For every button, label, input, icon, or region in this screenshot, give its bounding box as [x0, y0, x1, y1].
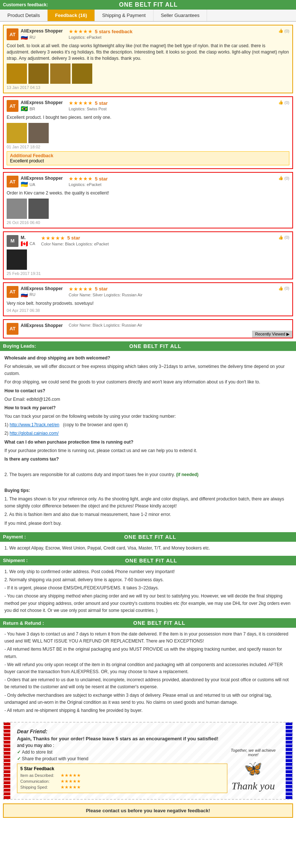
feedback-label: 5 stars feedback [95, 29, 132, 34]
review-image[interactable] [28, 199, 49, 219]
reviewer-name: AliExpress Shopper [21, 100, 63, 105]
avatar: AT [7, 28, 18, 40]
return-p6: - All return and re-shipment shipping & … [4, 707, 292, 714]
review-image[interactable] [7, 199, 27, 219]
flag-icon: 🇷🇺 [21, 291, 28, 298]
thank-card-inner: Dear Friend: Again, Thanks for your orde… [17, 728, 279, 793]
review-image[interactable] [72, 63, 92, 84]
review-meta: Logistics: ePacket [69, 182, 108, 187]
check-item-1: Add to store list [17, 750, 227, 755]
buying-leads-title: ONE BELT FIT ALL [129, 343, 181, 349]
bl-tips-3: If you mind, please don't buy. [4, 520, 292, 527]
review-meta: Color Name: Black Logistics: ePacket [41, 242, 109, 246]
review-text: Cool belt. to look at all well. the clas… [7, 43, 289, 61]
stars: ★★★★★ [69, 176, 93, 182]
tab-seller-guarantees[interactable]: Seller Guarantees [154, 10, 207, 21]
flag-icon: 🇧🇷 [21, 105, 28, 112]
stars: ★★★★★ [41, 235, 65, 241]
star-label: 5 star [95, 100, 108, 106]
star-row-2: Communication: ★★★★★ [20, 779, 224, 784]
reviewer-info: AT AliExpress Shopper 🇺🇦 UA ★★★★★ 5 star… [7, 176, 289, 188]
review-image[interactable] [50, 63, 70, 84]
avatar: AT [7, 323, 18, 335]
bl-p5: How to track my parcel? [4, 404, 292, 411]
review-image[interactable] [28, 123, 49, 143]
tab-shipping[interactable]: Shipping & Payment [95, 10, 154, 21]
butterfly-icon: 🦋 [227, 760, 279, 777]
track-link-2[interactable]: http://global.cainiao.com/ [10, 431, 59, 436]
partial-meta: Color Name: Black Logistics: Russian Air [69, 323, 142, 327]
review-date: 26 Oct 2016 06:40 [7, 220, 289, 225]
review-date: 25 Feb 2017 19:31 [7, 271, 289, 276]
bl-tips-1: 1. The images shown is for your referenc… [4, 496, 292, 510]
payment-header: Payment : ONE BELT FIT ALL [0, 532, 296, 542]
review-card: 👍 (0) AT AliExpress Shopper 🇧🇷 BR ★★★★★ … [3, 96, 293, 169]
review-image[interactable] [7, 63, 27, 84]
bl-tips-title: Buying tips: [4, 487, 292, 494]
country: BR [30, 107, 35, 111]
star-label: 5 star [95, 286, 108, 292]
additional-feedback-box: Additional Feedback Excellent product [7, 151, 289, 165]
reviewer-info: AT AliExpress Shopper 🇷🇺 RU ★★★★★ 5 star… [7, 286, 289, 298]
bl-p4: Our Email: edbltd@126.com [4, 396, 292, 403]
payment-title: ONE BELT FIT ALL [124, 534, 176, 540]
and-you-may: and you may also : [17, 743, 279, 748]
return-p1: - You have 3 days to contact us and 7 da… [4, 631, 292, 645]
bl-p1: For wholesale, we will offer discount or… [4, 363, 292, 377]
helpful-count: 👍 (0) [278, 28, 289, 33]
track-link-1[interactable]: http://www.17track.net/en [10, 422, 59, 427]
reviewer-info: AT AliExpress Shopper 🇧🇷 BR ★★★★★ 5 star… [7, 100, 289, 112]
stars: ★★★★★ [69, 28, 93, 34]
review-meta: Color Name: Silver Logistics: Russian Ai… [69, 293, 142, 297]
return-p4: - Orders that are returned to us due to … [4, 676, 292, 690]
star-label-3: Shipping Sped: [20, 785, 59, 789]
add-fb-title: Additional Feedback [10, 153, 286, 158]
shipment-p3: - If it is urgent, please choose EMS/DHL… [4, 585, 292, 592]
shipment-p4: - You can choose any shipping method whe… [4, 593, 292, 614]
check-item-2: Share the product with your friend [17, 756, 227, 761]
tab-feedback[interactable]: Feedback (16) [48, 10, 95, 21]
review-card: 👍 (0) AT AliExpress Shopper 🇷🇺 RU ★★★★★ … [3, 25, 293, 93]
footer-warning: Please contact us before you leave negat… [3, 803, 293, 818]
star-label: 5 star [67, 235, 80, 241]
buying-leads-label: Buying Leads: [3, 343, 36, 349]
recently-viewed-button[interactable]: Recently Viewed ▶ [252, 331, 292, 338]
bl-p9: What can I do when purchase protection t… [4, 439, 292, 446]
review-card: 👍 (0) AT AliExpress Shopper 🇺🇦 UA ★★★★★ … [3, 172, 293, 228]
review-card: 👍 (0) AT AliExpress Shopper 🇷🇺 RU ★★★★★ … [3, 282, 293, 316]
tab-product-details[interactable]: Product Details [0, 10, 48, 21]
reviewer-name: AliExpress Shopper [21, 28, 63, 34]
review-image[interactable] [7, 123, 27, 143]
reviewer-name: AliExpress Shopper [21, 323, 63, 328]
buying-leads-header: Buying Leads: ONE BELT FIT ALL [0, 341, 296, 351]
review-date: 04 Apr 2017 06:38 [7, 308, 289, 313]
thank-you-text: Thank you [227, 780, 279, 792]
bl-p11: Is there any customs tax? [4, 456, 292, 463]
review-image[interactable] [28, 63, 49, 84]
reviewer-name: M. [21, 235, 35, 240]
review-date: 13 Jan 2017 04:13 [7, 85, 289, 90]
bl-p12: 2. The buyers are responsible for all cu… [4, 471, 292, 478]
reviewer-name: AliExpress Shopper [21, 286, 63, 291]
avatar: AT [7, 100, 18, 112]
star-row-1: Item as Described: ★★★★★ [20, 773, 224, 778]
tabs-bar: Product Details Feedback (16) Shipping &… [0, 10, 296, 22]
star-label: 5 star [95, 176, 108, 182]
flag-icon: 🇺🇦 [21, 181, 28, 188]
reviewer-info-partial: AT AliExpress Shopper Color Name: Black … [7, 323, 289, 335]
return-p2: - All returned items MUST BE in the orig… [4, 646, 292, 660]
stars-3: ★★★★★ [61, 785, 81, 790]
country: RU [30, 35, 35, 39]
add-fb-text: Excellent product [10, 158, 286, 163]
five-star-title: 5 Star Feedback [20, 766, 224, 771]
avatar: M [7, 235, 18, 247]
flag-icon: 🇷🇺 [21, 34, 28, 41]
together-msg: Together, we will achieve more! [227, 748, 279, 757]
payment-label: Payment : [3, 534, 26, 540]
country: UA [30, 182, 35, 187]
country: CA [30, 241, 35, 246]
thank-you-card: Dear Friend: Again, Thanks for your orde… [3, 722, 293, 800]
review-card-partial: AT AliExpress Shopper Color Name: Black … [3, 319, 293, 338]
flag-icon: 🇨🇦 [21, 240, 28, 247]
review-image[interactable] [7, 249, 27, 270]
